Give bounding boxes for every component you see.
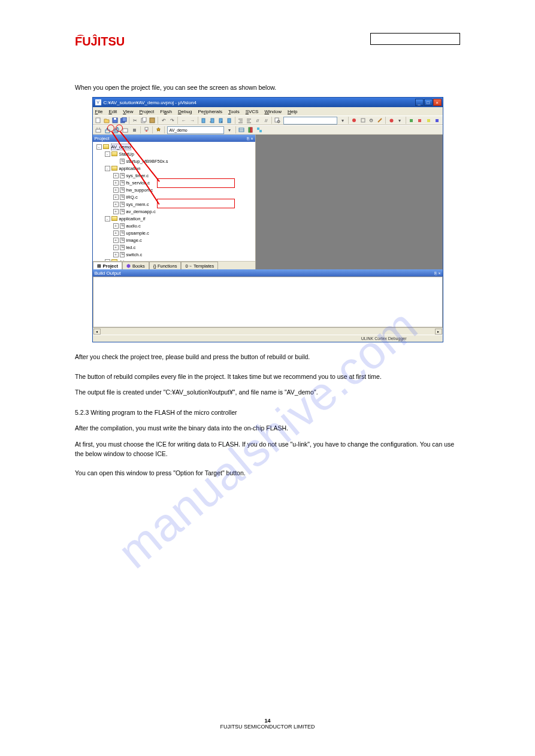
outdent-icon[interactable] [245, 116, 253, 125]
yellow-icon[interactable] [424, 116, 433, 125]
tree-item[interactable]: +led.c [94, 244, 255, 251]
tree-item[interactable]: +IRQ.c [94, 193, 255, 201]
menu-view[interactable]: View [123, 109, 133, 114]
download-icon[interactable] [142, 126, 151, 134]
menu-tools[interactable]: Tools [228, 109, 240, 114]
target-dropdown-icon[interactable]: ▾ [225, 126, 234, 134]
build-output-body[interactable] [93, 277, 443, 327]
find-in-files-icon[interactable] [273, 116, 282, 125]
target-options-icon[interactable] [154, 126, 163, 134]
svg-rect-36 [145, 127, 148, 130]
tab-functions[interactable]: {} Functions [149, 262, 182, 269]
buildout-autohide-icon[interactable]: ⎘ [434, 271, 437, 275]
minimize-button[interactable]: _ [415, 99, 424, 106]
tab-templates[interactable]: 0→ Templates [181, 262, 218, 269]
menu-debug[interactable]: Debug [178, 109, 192, 114]
svg-rect-3 [114, 118, 116, 120]
tool3-icon[interactable]: ▾ [395, 116, 404, 125]
indent-icon[interactable] [237, 116, 245, 125]
comment-icon[interactable]: // [253, 116, 262, 125]
stop-build-icon[interactable] [130, 126, 139, 134]
tree-item[interactable]: -StartUp [94, 150, 255, 157]
find-next-icon[interactable]: ▾ [338, 116, 347, 125]
buildout-close-icon[interactable]: × [438, 271, 440, 275]
tree-item[interactable]: +image.c [94, 236, 255, 244]
tree-item[interactable]: +audio.c [94, 222, 255, 229]
config-icon[interactable] [358, 116, 367, 125]
bookmark-icon[interactable] [200, 116, 208, 125]
tab-books[interactable]: ⬢Books [122, 262, 149, 269]
tree-item[interactable]: +sys_mem.c [94, 201, 255, 208]
cut-icon[interactable]: ✂ [131, 116, 139, 125]
pane-close-icon[interactable]: × [250, 136, 253, 141]
tree-item[interactable]: -application [94, 165, 255, 172]
bookmark-prev-icon[interactable]: ‹ [208, 116, 216, 125]
batch-build-icon[interactable] [121, 126, 130, 134]
scroll-right-icon[interactable]: ▸ [435, 329, 442, 335]
manage-components-icon[interactable] [255, 126, 264, 134]
scroll-left-icon[interactable]: ◂ [93, 329, 101, 335]
menu-peripherals[interactable]: Peripherals [198, 109, 222, 114]
paragraph-1: After you check the project tree, please… [75, 352, 460, 362]
menu-svcs[interactable]: SVCS [246, 109, 259, 114]
menu-edit[interactable]: Edit [108, 109, 117, 114]
nav-back-icon[interactable]: ← [179, 116, 188, 125]
redo-icon[interactable]: ↷ [168, 116, 176, 125]
paste-icon[interactable] [148, 116, 156, 125]
blue-icon[interactable] [433, 116, 441, 125]
tree-item[interactable]: +sys_timer.c [94, 172, 255, 179]
manage-project-icon[interactable] [237, 126, 246, 134]
green-icon[interactable] [407, 116, 415, 125]
tree-item[interactable]: -AV_demo [94, 143, 255, 150]
tab-project[interactable]: ⊞Project [93, 262, 122, 269]
tree-item[interactable]: +upsample.c [94, 229, 255, 236]
rebuild-button[interactable] [112, 126, 121, 134]
build-button[interactable] [103, 126, 112, 134]
tree-item[interactable]: startup_MB9BF50x.s [94, 157, 255, 165]
menu-flash[interactable]: Flash [160, 109, 172, 114]
svg-rect-29 [436, 119, 439, 122]
nav-forward-icon[interactable]: → [188, 116, 197, 125]
maximize-button[interactable]: □ [424, 99, 433, 106]
copy-icon[interactable] [140, 116, 148, 125]
bookmark-clear-icon[interactable] [225, 116, 233, 125]
translate-icon[interactable] [94, 126, 103, 134]
tree-item[interactable]: -application_if [94, 215, 255, 222]
tree-item[interactable]: -driver [94, 258, 255, 261]
menu-help[interactable]: Help [288, 109, 297, 114]
target-select[interactable]: AV_demo [167, 126, 224, 134]
menu-project[interactable]: Project [139, 109, 154, 114]
menu-file[interactable]: File [95, 109, 103, 114]
build-output-scrollbar[interactable]: ◂ ▸ [93, 327, 443, 335]
project-pane: Project ⎘ × -AV_demo-StartUpstartup_MB9B… [93, 135, 256, 269]
svg-rect-34 [123, 129, 128, 132]
debug-icon[interactable] [350, 116, 358, 125]
tool1-icon[interactable]: ⚙ [367, 116, 376, 125]
tree-item[interactable]: +switch.c [94, 251, 255, 258]
open-icon[interactable] [102, 116, 111, 125]
close-button[interactable]: × [433, 99, 442, 106]
breakpoint-icon[interactable] [387, 116, 395, 125]
paragraph-5: At first, you must choose the ICE for wr… [75, 439, 460, 459]
uncomment-icon[interactable]: // [262, 116, 270, 125]
find-field[interactable] [283, 117, 338, 125]
tree-item[interactable]: +fs_service.c [94, 179, 255, 186]
new-file-icon[interactable] [94, 116, 102, 125]
save-all-icon[interactable] [119, 116, 128, 125]
window-titlebar: V C:¥AV_solution¥AV_demo.uvproj - μVisio… [93, 98, 443, 107]
project-tree[interactable]: -AV_demo-StartUpstartup_MB9BF50x.s-appli… [93, 142, 255, 261]
save-icon[interactable] [111, 116, 119, 125]
manage-books-icon[interactable] [246, 126, 255, 134]
svg-rect-27 [418, 119, 421, 122]
menu-window[interactable]: Window [264, 109, 281, 114]
pane-autohide-icon[interactable]: ⎘ [247, 136, 249, 141]
fujitsu-logo: FUĴITSU [75, 33, 132, 50]
tree-item[interactable]: +hw_support.c [94, 186, 255, 193]
tree-item[interactable]: +av_demoapp.c [94, 208, 255, 215]
header-box [370, 33, 460, 45]
tool2-icon[interactable] [376, 116, 384, 125]
undo-icon[interactable]: ↶ [159, 116, 168, 125]
red-icon[interactable] [416, 116, 424, 125]
bookmark-next-icon[interactable]: › [216, 116, 225, 125]
build-output-header: Build Output ⎘ × [93, 269, 443, 277]
